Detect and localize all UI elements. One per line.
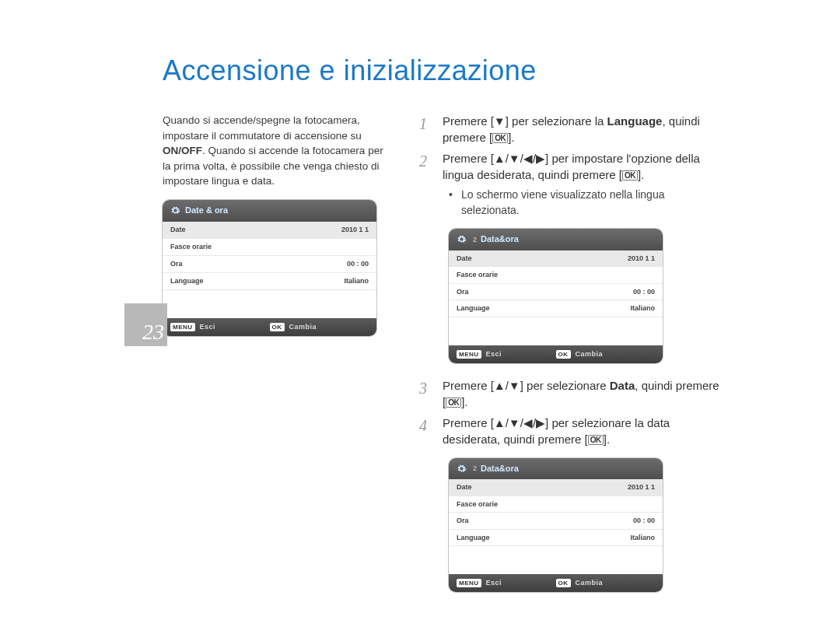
lcd-row-value: 2010 1 1 bbox=[628, 482, 655, 492]
lcd-header-title: Date & ora bbox=[185, 205, 228, 217]
intro-paragraph: Quando si accende/spegne la fotocamera, … bbox=[163, 113, 384, 350]
lcd-row-label: Fasce orarie bbox=[170, 242, 369, 252]
lcd-row-label: Date bbox=[457, 482, 628, 492]
step-text: Premere [▲/▼/◀/▶] per selezionare la dat… bbox=[443, 416, 670, 446]
lcd-header-sub: 2 bbox=[473, 464, 477, 474]
lcd-header: Date & ora bbox=[163, 200, 376, 222]
lcd-header-title: Data&ora bbox=[481, 463, 519, 475]
lcd-row: Ora00 : 00 bbox=[449, 513, 663, 530]
lcd-screen-left: Date & ora Date2010 1 1 Fasce orarie Ora… bbox=[163, 200, 376, 336]
step-bold: Data bbox=[610, 379, 635, 392]
step-1: 1 Premere [▼] per selezionare la Languag… bbox=[419, 113, 723, 145]
menu-tag: MENU bbox=[170, 323, 195, 332]
lcd-screen-right-2: 2 Data&ora Date2010 1 1 Fasce orarie Ora… bbox=[449, 458, 663, 592]
bullet-text: Lo schermo viene visualizzato nella ling… bbox=[461, 187, 723, 218]
lcd-screen-right-1: 2 Data&ora Date2010 1 1 Fasce orarie Ora… bbox=[449, 229, 663, 363]
lcd-footer: MENUEsci OKCambia bbox=[449, 574, 663, 592]
lcd-row-label: Language bbox=[457, 533, 630, 543]
step-2: 2 Premere [▲/▼/◀/▶] per impostare l'opzi… bbox=[419, 150, 723, 183]
page-number-badge: 23 bbox=[124, 303, 167, 346]
ok-key-icon: OK bbox=[622, 170, 638, 180]
lcd-rows: Date2010 1 1 Fasce orarie Ora00 : 00 Lan… bbox=[163, 222, 376, 318]
lcd-row-label: Language bbox=[457, 303, 630, 313]
lcd-header-title: Data&ora bbox=[481, 233, 519, 245]
lcd-header: 2 Data&ora bbox=[449, 458, 663, 479]
step-number: 3 bbox=[419, 377, 443, 410]
steps-column: 1 Premere [▼] per selezionare la Languag… bbox=[419, 113, 723, 606]
ok-key-icon: OK bbox=[446, 398, 461, 408]
lcd-row: Date2010 1 1 bbox=[449, 250, 663, 268]
lcd-row-value: Italiano bbox=[630, 533, 655, 543]
lcd-empty bbox=[449, 546, 663, 574]
intro-text-1: Quando si accende/spegne la fotocamera, … bbox=[163, 114, 362, 142]
step-3: 3 Premere [▲/▼] per selezionare Data, qu… bbox=[419, 377, 723, 410]
gear-icon bbox=[170, 205, 180, 215]
lcd-row: LanguageItaliano bbox=[449, 530, 663, 547]
lcd-empty bbox=[449, 317, 663, 345]
step-4: 4 Premere [▲/▼/◀/▶] per selezionare la d… bbox=[419, 415, 723, 447]
lcd-row-value: 00 : 00 bbox=[633, 287, 655, 297]
lcd-empty bbox=[163, 290, 376, 318]
step-text: Premere [▼] per selezionare la bbox=[443, 114, 607, 128]
step-text: Premere [▲/▼/◀/▶] per impostare l'opzion… bbox=[443, 152, 700, 181]
lcd-footer-left: Esci bbox=[486, 578, 502, 588]
lcd-rows: Date2010 1 1 Fasce orarie Ora00 : 00 Lan… bbox=[449, 250, 663, 345]
lcd-row-value: 2010 1 1 bbox=[628, 254, 655, 264]
lcd-row-value: 2010 1 1 bbox=[341, 225, 369, 235]
bullet-icon: • bbox=[449, 187, 461, 218]
lcd-footer: MENUEsci OKCambia bbox=[449, 345, 663, 363]
lcd-row-label: Language bbox=[170, 276, 344, 286]
lcd-header-sub: 2 bbox=[473, 235, 477, 245]
lcd-row-label: Ora bbox=[457, 516, 633, 526]
lcd-row: Fasce orarie bbox=[449, 496, 663, 513]
lcd-footer-left: Esci bbox=[486, 349, 502, 359]
gear-icon bbox=[457, 234, 467, 244]
lcd-row-label: Fasce orarie bbox=[457, 499, 655, 510]
lcd-footer-right: Cambia bbox=[576, 349, 604, 359]
lcd-row: Date2010 1 1 bbox=[163, 222, 376, 239]
lcd-footer-right: Cambia bbox=[576, 578, 604, 588]
step-bold: Language bbox=[607, 114, 663, 128]
lcd-footer: MENUEsci OKCambia bbox=[163, 318, 376, 336]
lcd-row-value: 00 : 00 bbox=[347, 259, 369, 269]
menu-tag: MENU bbox=[457, 579, 481, 587]
gear-icon bbox=[457, 464, 467, 474]
lcd-row: LanguageItaliano bbox=[163, 273, 376, 290]
step-2-bullet: •Lo schermo viene visualizzato nella lin… bbox=[449, 187, 723, 218]
ok-tag: OK bbox=[556, 350, 571, 359]
lcd-header: 2 Data&ora bbox=[449, 229, 663, 250]
lcd-row: Date2010 1 1 bbox=[449, 479, 663, 496]
step-number: 2 bbox=[419, 150, 443, 183]
lcd-footer-right: Cambia bbox=[289, 322, 317, 332]
ok-tag: OK bbox=[556, 579, 571, 587]
lcd-row-label: Ora bbox=[170, 259, 347, 269]
lcd-row: Ora00 : 00 bbox=[163, 256, 376, 273]
lcd-rows: Date2010 1 1 Fasce orarie Ora00 : 00 Lan… bbox=[449, 479, 663, 574]
ok-key-icon: OK bbox=[492, 133, 508, 143]
page-number: 23 bbox=[142, 320, 164, 345]
ok-key-icon: OK bbox=[588, 435, 604, 445]
lcd-row-value: Italiano bbox=[630, 303, 655, 313]
step-number: 1 bbox=[419, 113, 443, 145]
lcd-footer-left: Esci bbox=[200, 322, 216, 332]
lcd-row-value: 00 : 00 bbox=[633, 516, 655, 526]
lcd-row-label: Date bbox=[457, 254, 628, 264]
lcd-row: Ora00 : 00 bbox=[449, 284, 663, 301]
lcd-row: LanguageItaliano bbox=[449, 300, 663, 317]
intro-onoff: ON/OFF bbox=[163, 145, 202, 156]
page-title: Accensione e inizializzazione bbox=[163, 54, 537, 87]
step-text: Premere [▲/▼] per selezionare bbox=[443, 379, 610, 392]
step-number: 4 bbox=[419, 415, 443, 447]
lcd-row-label: Ora bbox=[457, 287, 633, 297]
menu-tag: MENU bbox=[457, 350, 481, 359]
lcd-row: Fasce orarie bbox=[163, 239, 376, 256]
ok-tag: OK bbox=[270, 323, 285, 332]
lcd-row: Fasce orarie bbox=[449, 267, 663, 284]
lcd-row-label: Fasce orarie bbox=[457, 270, 655, 280]
lcd-row-value: Italiano bbox=[344, 276, 369, 286]
lcd-row-label: Date bbox=[170, 225, 341, 235]
